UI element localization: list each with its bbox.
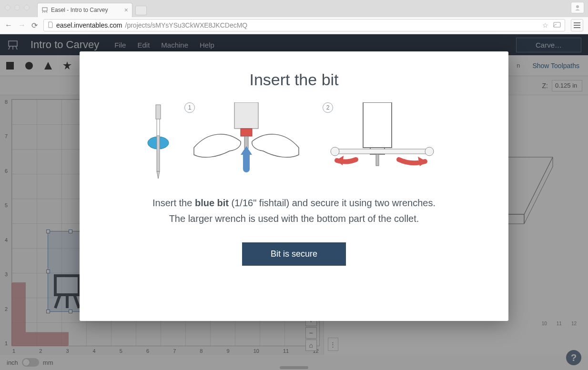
step2-illustration: 2 xyxy=(323,102,442,183)
browser-menu-icon[interactable] xyxy=(571,19,583,31)
svg-point-24 xyxy=(331,147,339,156)
modal-line2: The larger wrench is used with the botto… xyxy=(103,213,485,224)
address-bar[interactable]: easel.inventables.com/projects/sMYsYSu3C… xyxy=(43,19,565,31)
svg-point-25 xyxy=(425,147,434,156)
new-tab-button[interactable] xyxy=(135,6,147,15)
modal-diagrams: 1 2 xyxy=(103,102,485,183)
user-menu-icon[interactable] xyxy=(571,2,584,13)
step2-badge: 2 xyxy=(323,102,333,113)
bit-illustration-icon xyxy=(146,102,170,183)
back-icon[interactable]: ← xyxy=(5,21,12,30)
svg-rect-22 xyxy=(376,154,379,166)
line1-b: (1/16" fishtail) and secure it using two… xyxy=(229,198,436,208)
step1-badge: 1 xyxy=(184,102,195,113)
zoom-window-icon[interactable] xyxy=(24,5,30,10)
easel-favicon-icon xyxy=(41,7,48,13)
browser-tab[interactable]: Easel - Intro to Carvey × xyxy=(37,3,132,17)
url-path: /projects/sMYsYSu3CkWXE8JKCDecMQ xyxy=(125,21,248,29)
modal-title: Insert the bit xyxy=(103,70,485,89)
reload-icon[interactable]: ⟳ xyxy=(31,21,38,30)
svg-rect-12 xyxy=(156,105,161,119)
tab-strip: Easel - Intro to Carvey × xyxy=(0,0,588,17)
close-window-icon[interactable] xyxy=(5,5,10,10)
svg-rect-14 xyxy=(157,136,160,171)
browser-chrome: Easel - Intro to Carvey × ← → ⟳ easel.in… xyxy=(0,0,588,34)
forward-icon[interactable]: → xyxy=(18,21,26,30)
svg-marker-26 xyxy=(336,156,344,165)
tab-close-icon[interactable]: × xyxy=(124,6,128,14)
line1-a: Insert the xyxy=(152,198,195,208)
insert-bit-modal: Insert the bit 1 xyxy=(80,51,508,321)
url-host: easel.inventables.com xyxy=(56,21,122,29)
browser-nav-row: ← → ⟳ easel.inventables.com/projects/sMY… xyxy=(0,17,588,34)
bit-secure-button[interactable]: Bit is secure xyxy=(242,242,346,266)
bookmark-star-icon[interactable]: ☆ xyxy=(542,21,548,29)
svg-rect-17 xyxy=(241,129,252,136)
step1-illustration: 1 xyxy=(184,102,308,183)
modal-line1: Insert the blue bit (1/16" fishtail) and… xyxy=(103,198,485,209)
cast-icon[interactable] xyxy=(553,21,561,29)
svg-rect-23 xyxy=(332,149,432,154)
tab-title: Easel - Intro to Carvey xyxy=(51,7,108,13)
window-controls[interactable] xyxy=(5,5,30,10)
page-icon xyxy=(48,21,53,30)
svg-rect-16 xyxy=(234,102,258,129)
minimize-window-icon[interactable] xyxy=(14,5,20,10)
svg-marker-19 xyxy=(241,146,252,155)
svg-rect-20 xyxy=(363,102,392,148)
svg-marker-15 xyxy=(157,171,160,179)
line1-bold: blue bit xyxy=(195,198,229,208)
svg-point-1 xyxy=(576,5,579,8)
svg-rect-0 xyxy=(42,8,47,11)
